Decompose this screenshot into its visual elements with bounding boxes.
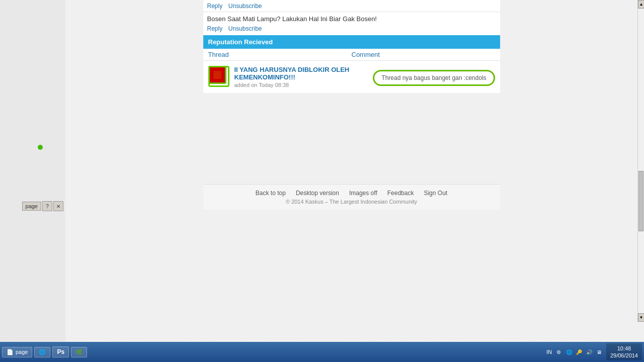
footer-copyright: © 2014 Kaskus – The Largest Indonesian C… [203,199,500,205]
taskbar: 📄 page 🌐 Ps 🌿 IN ⚙ 🌐 🔑 🔊 🖥 10:48 29/06/2… [0,342,644,362]
taskbar-right: IN ⚙ 🌐 🔑 🔊 🖥 10:48 29/06/2014 [546,343,642,361]
clock-date: 29/06/2014 [610,352,638,359]
post-title-1: Bosen Saat Mati Lampu? Lakukan Hal Ini B… [203,12,500,24]
footer-links: Back to top Desktop version Images off F… [203,190,500,197]
app4-icon: 🌿 [75,349,83,355]
thread-col-content: II YANG HARUSNYA DIBLOKIR OLEH KEMENKOMI… [234,66,363,88]
tray-icon-volume[interactable]: 🔊 [585,348,593,356]
tray-icon-1: ⚙ [555,348,563,356]
added-timestamp: added on Today 08:38 [234,82,363,88]
tray-icon-display: 🖥 [595,348,603,356]
reply-section-1: Reply Unsubscribe [203,0,500,12]
desktop-version-link[interactable]: Desktop version [296,190,339,197]
reputation-header: Reputation Recieved [203,35,500,49]
scrollbar-arrow-down[interactable]: ▼ [638,313,644,322]
unsubscribe-link-1[interactable]: Unsubscribe [228,3,262,10]
reputation-row: II YANG HARUSNYA DIBLOKIR OLEH KEMENKOMI… [203,61,500,94]
left-nav-area: page ? ✕ [0,0,65,342]
tray-icons: ⚙ 🌐 🔑 🔊 🖥 [555,348,603,356]
comment-col-content: Thread nya bagus banget gan :cendols [363,66,495,86]
main-content: Reply Unsubscribe Bosen Saat Mati Lampu?… [65,0,637,342]
back-to-top-link[interactable]: Back to top [256,190,286,197]
help-button[interactable]: ? [42,201,52,211]
images-off-link[interactable]: Images off [349,190,377,197]
thread-column-header: Thread [208,51,352,58]
green-dot-annotation [38,145,43,150]
reply-link-1[interactable]: Reply [207,3,223,10]
taskbar-app-photoshop[interactable]: Ps [52,346,69,357]
reply-link-2[interactable]: Reply [207,25,223,32]
taskbar-app-4[interactable]: 🌿 [71,347,87,357]
chrome-icon: 🌐 [39,349,46,355]
forum-box: Reply Unsubscribe Bosen Saat Mati Lampu?… [203,0,500,210]
thread-link[interactable]: II YANG HARUSNYA DIBLOKIR OLEH KEMENKOMI… [234,66,363,81]
tray-icon-2: 🌐 [565,348,573,356]
scrollbar-thumb[interactable] [638,171,643,231]
columns-header: Thread Comment [203,49,500,61]
page-label: page [26,203,38,209]
scrollbar-arrow-up[interactable]: ▲ [638,0,644,9]
language-indicator: IN [546,349,552,355]
taskbar-clock: 10:48 29/06/2014 [606,343,642,361]
page-icon: 📄 [7,349,14,355]
page-button[interactable]: page [22,202,41,211]
close-nav-button[interactable]: ✕ [53,201,63,211]
avatar-image [213,71,221,79]
feedback-link[interactable]: Feedback [387,190,414,197]
taskbar-app-page[interactable]: 📄 page [2,347,32,357]
footer-bar: Back to top Desktop version Images off F… [203,184,500,210]
clock-time: 10:48 [610,345,638,352]
reply-section-2: Reply Unsubscribe [203,24,500,35]
comment-bubble: Thread nya bagus banget gan :cendols [373,70,495,86]
sign-out-link[interactable]: Sign Out [424,190,447,197]
comment-column-header: Comment [352,51,495,58]
empty-area [203,94,500,184]
avatar [208,66,226,84]
photoshop-icon: Ps [57,348,64,355]
taskbar-app-chrome[interactable]: 🌐 [34,347,50,357]
content-wrapper: Reply Unsubscribe Bosen Saat Mati Lampu?… [65,0,644,342]
tray-icon-3: 🔑 [575,348,583,356]
unsubscribe-link-2[interactable]: Unsubscribe [228,25,262,32]
scrollbar[interactable]: ▲ ▼ [637,0,644,322]
